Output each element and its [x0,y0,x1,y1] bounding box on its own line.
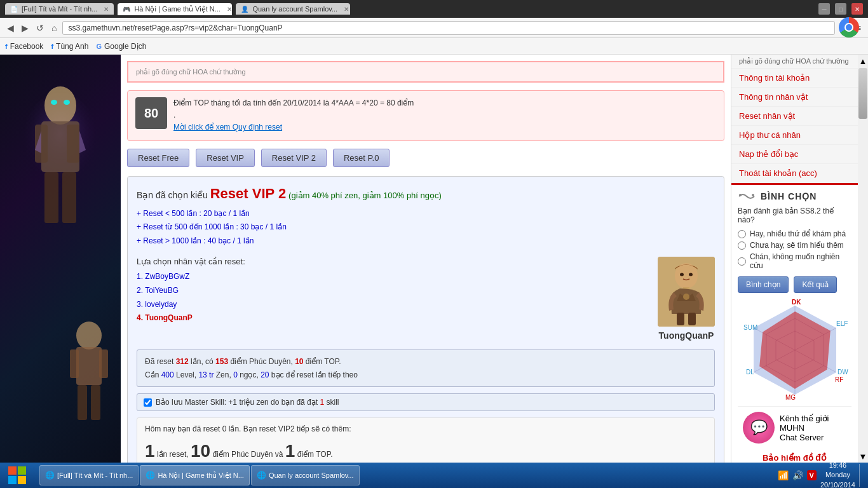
tab-1[interactable]: 📄 [Full] Tít và Mít - Tít nh... ✕ [5,3,114,15]
char-link-2[interactable]: ToiYeuBG [145,286,179,295]
binh-chon-header: BÌNH CHỌN [738,191,851,201]
vote-button[interactable]: Bình chọn [738,276,789,293]
scroll-thumb[interactable] [858,68,867,119]
tab-close-1[interactable]: ✕ [104,6,109,13]
svg-text:ELF: ELF [836,320,848,327]
radio-option-3[interactable]: Chán, không muốn nghiên cứu [738,252,851,270]
scroll-up-button[interactable]: ▲ [858,55,868,67]
reset-info-line3: + Reset > 1000 lần : 40 bạc / 1 lần [137,234,715,248]
scrollbar[interactable]: ▲ ▼ [858,55,868,488]
show-desktop-button[interactable] [859,464,863,487]
score-badge: 80 [135,97,167,129]
nav-nap-the[interactable]: Nap thẻ đổi bạc [731,145,858,164]
daily-phuc-duyen-label: điểm Phúc Duyên và [212,450,283,459]
spider-chart: DK ELF DW RF MG DL SUM [741,299,849,401]
info-main-text: Điểm TOP tháng tối đa tính đến 20/10/201… [173,98,414,107]
radio-3[interactable] [738,257,746,266]
chat-server-title: Chat Server [780,433,846,442]
virus-icon[interactable]: V [807,470,817,480]
info-text: Điểm TOP tháng tối đa tính đến 20/10/201… [173,97,414,134]
forward-button[interactable]: ▶ [20,21,31,35]
taskbar-item-3[interactable]: 🌐 Quan ly account Spamlov... [251,465,360,485]
clock-date: 20/10/2014 [820,480,855,488]
start-button[interactable] [0,463,34,488]
svg-rect-5 [44,172,58,223]
bookmark-google-dich[interactable]: G Google Dịch [96,42,146,51]
reset-count: 312 [176,357,189,366]
daily-top-label: điểm TOP. [297,450,333,459]
radio-option-1[interactable]: Hay, nhiều thứ để khám phá [738,229,851,238]
chat-server: 💬 Kênh thế giới MUHN Chat Server [738,406,851,449]
tab-2[interactable]: 🎮 Hà Nội | Game thủ Việt N... ✕ [118,3,232,15]
vip2-prefix: Bạn đã chọn kiểu [137,190,208,200]
bookmark-facebook[interactable]: f Facebook [5,42,43,51]
taskbar-right: 📶 🔊 V 19:46 Monday 20/10/2014 [773,461,868,488]
svg-rect-39 [8,466,17,475]
svg-point-7 [51,100,57,105]
char-link-1[interactable]: ZwBoyBGwZ [145,272,189,281]
taskbar-item-1[interactable]: 🌐 [Full] Tít và Mít - Tít nh... [39,465,139,485]
svg-text:MG: MG [785,394,796,401]
radio-2[interactable] [738,241,746,250]
home-button[interactable]: ⌂ [50,21,58,35]
system-clock: 19:46 Monday 20/10/2014 [820,461,855,488]
nav-hop-thu[interactable]: Hộp thư cá nhân [731,126,858,145]
top-notice-right: phải gõ đúng chữ HOA chứ thường [731,55,858,69]
svg-rect-13 [78,385,87,420]
result-button[interactable]: Kết quả [794,276,837,293]
taskbar-label-3: Quan ly account Spamlov... [269,471,354,479]
nav-reset-nhan-vat[interactable]: Reset nhân vật [731,107,858,126]
nav-thong-tin-tai-khoan[interactable]: Thông tin tài khoản [731,69,858,88]
info-click-link[interactable]: Mời click để xem Quy định reset [173,123,282,132]
char-num-2: 2. [137,286,145,295]
radio-1[interactable] [738,230,746,238]
radio-option-2[interactable]: Chưa hay, sẽ tìm hiểu thêm [738,241,851,250]
reset-p0-button[interactable]: Reset P.0 [333,149,390,167]
char-num-1: 1. [137,272,145,281]
bookmark-tung-anh[interactable]: f Tùng Anh [51,42,88,51]
taskbar: 🌐 [Full] Tít và Mít - Tít nh... 🌐 Hà Nội… [0,463,868,488]
tab-3[interactable]: 👤 Quan ly account Spamlov... ✕ [236,3,350,15]
tab-close-3[interactable]: ✕ [344,6,349,13]
back-button[interactable]: ◀ [5,21,16,35]
char-item-2[interactable]: 2. ToiYeuBG [137,284,645,298]
chat-icon: 💬 [743,412,775,444]
volume-icon[interactable]: 🔊 [792,470,803,480]
nav-thoat[interactable]: Thoát tài khoản (acc) [731,164,858,183]
char-image [658,257,715,327]
svg-text:SUM: SUM [743,324,757,331]
char-item-3[interactable]: 3. lovelyday [137,298,645,312]
tab-close-2[interactable]: ✕ [227,6,232,13]
char-portrait: TuongQuanP [658,257,715,341]
svg-rect-41 [8,476,17,484]
svg-rect-11 [70,349,79,378]
svg-point-18 [689,273,693,276]
svg-rect-14 [91,385,100,420]
dragon-icon [738,191,756,201]
reset-vip2-button[interactable]: Reset VIP 2 [261,149,327,167]
char-section: Lựa chọn nhân vật cần reset: 1. ZwBoyBGw… [137,257,715,341]
reset-free-button[interactable]: Reset Free [127,149,189,167]
svg-rect-10 [76,347,102,385]
right-sidebar: phải gõ đúng chữ HOA chứ thường Thông ti… [731,55,858,488]
svg-rect-4 [67,125,79,163]
char-item-1[interactable]: 1. ZwBoyBGwZ [137,270,645,284]
svg-point-17 [680,273,684,276]
minimize-button[interactable]: ─ [818,3,830,15]
reset-vip-button[interactable]: Reset VIP [196,149,255,167]
svg-text:DL: DL [746,369,754,376]
vip2-title-text: Reset VIP 2 [210,186,286,201]
taskbar-item-2[interactable]: 🌐 Hà Nội | Game thủ Việt N... [140,465,250,485]
ngoc-req: 0 [233,370,238,379]
game-character-art-2 [57,310,121,437]
nav-thong-tin-nhan-vat[interactable]: Thông tin nhân vật [731,88,858,107]
status-line2: Cần 400 Level, 13 tr Zen, 0 ngọc, 20 bạc… [145,369,707,381]
char-link-3[interactable]: lovelyday [145,300,177,309]
left-sidebar [0,55,121,488]
svg-text:DK: DK [792,299,801,306]
master-skill-checkbox[interactable] [144,398,152,407]
svg-rect-6 [62,172,76,223]
char-item-4[interactable]: 4. TuongQuanP [137,311,645,325]
reload-button[interactable]: ↺ [34,21,46,35]
address-bar[interactable]: ss3.gamethuvn.net/resetPage.asp?rs=vip2&… [62,21,834,35]
